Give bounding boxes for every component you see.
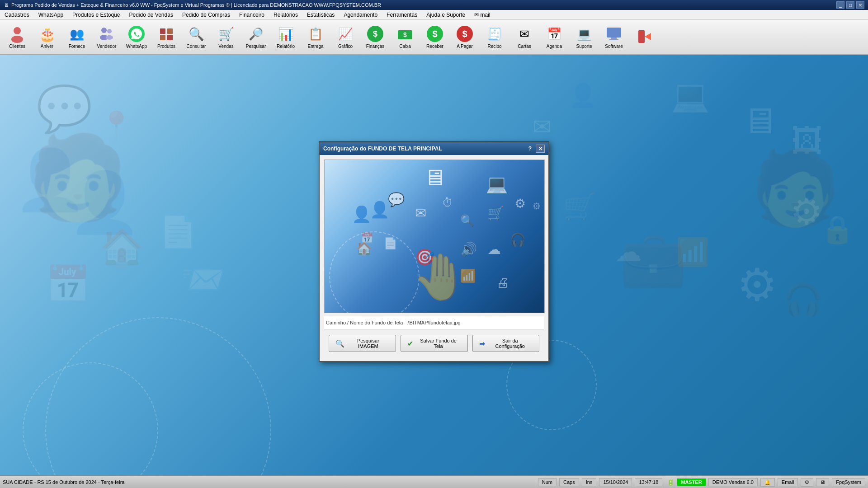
menu-whatsapp[interactable]: WhatsApp [34, 10, 68, 19]
entrega-label: Entrega [307, 44, 323, 49]
status-fpqsystem: FpqSystem [832, 478, 865, 486]
menu-produtos-estoque[interactable]: Produtos e Estoque [68, 10, 124, 19]
toolbar-vendedor[interactable]: Vendedor [92, 21, 121, 53]
toolbar-suporte[interactable]: 💻 Suporte [570, 21, 599, 53]
toolbar-consultar[interactable]: 🔍 Consultar [182, 21, 211, 53]
dialog-title: Configuração do FUNDO DE TELA PRINCIPAL [323, 145, 442, 152]
menu-financeiro[interactable]: Financeiro [235, 10, 269, 19]
consultar-label: Consultar [187, 44, 206, 49]
toolbar-apagar[interactable]: $ A Pagar [450, 21, 479, 53]
preview-cloud-icon: ☁ [487, 241, 501, 257]
produtos-icon [157, 25, 175, 43]
toolbar-recibo[interactable]: 🧾 Recibo [480, 21, 509, 53]
svg-rect-8 [167, 28, 173, 34]
svg-text:$: $ [373, 29, 377, 38]
title-bar-left: 🖥 Programa Pedido de Vendas + Estoque & … [4, 2, 381, 8]
menu-ajuda[interactable]: Ajuda e Suporte [422, 10, 470, 19]
toolbar-financas[interactable]: $ Finanças [361, 21, 390, 53]
svg-text:$: $ [432, 29, 437, 39]
search-btn-icon: 🔍 [335, 339, 344, 348]
toolbar-fornece[interactable]: 👥 Fornece [62, 21, 91, 53]
fornece-label: Fornece [69, 44, 85, 49]
toolbar-exit[interactable] [629, 21, 658, 53]
toolbar-relatorio[interactable]: 📊 Relatório [271, 21, 300, 53]
status-city-date: SUA CIDADE - RS 15 de Outubro de 2024 - … [3, 479, 534, 485]
sair-config-button[interactable]: ➡ Sair da Configuração [472, 335, 539, 352]
cartas-icon: ✉ [515, 25, 533, 43]
preview-hand-icon: 🤚 [412, 250, 469, 304]
aniver-icon: 🎂 [38, 25, 56, 43]
dialog-close-button[interactable]: ✕ [536, 145, 545, 153]
toolbar-whatsapp[interactable]: WhatsApp [122, 21, 151, 53]
close-button[interactable]: ✕ [856, 1, 864, 9]
maximize-button[interactable]: □ [846, 1, 854, 9]
title-bar-controls[interactable]: _ □ ✕ [836, 1, 864, 9]
salvar-btn-label: Salvar Fundo de Tela [416, 338, 461, 349]
menu-pedido-compras[interactable]: Pedido de Compras [178, 10, 235, 19]
vendedor-icon [98, 25, 116, 43]
vendas-icon: 🛒 [217, 25, 235, 43]
toolbar-produtos[interactable]: Produtos [152, 21, 181, 53]
financas-label: Finanças [366, 44, 385, 49]
status-email: Email [778, 478, 798, 486]
menu-estatisticas[interactable]: Estatísticas [302, 10, 339, 19]
svg-text:$: $ [462, 29, 467, 39]
svg-text:$: $ [403, 31, 407, 38]
receber-label: Receber [426, 44, 443, 49]
toolbar-software[interactable]: Software [599, 21, 628, 53]
clientes-icon [8, 25, 26, 43]
menu-ferramentas[interactable]: Ferramentas [382, 10, 422, 19]
menu-agendamento[interactable]: Agendamento [339, 10, 382, 19]
svg-marker-23 [645, 33, 651, 40]
preview-gear1-icon: ⚙ [514, 196, 526, 211]
toolbar-grafico[interactable]: 📈 Gráfico [331, 21, 360, 53]
relatorio-label: Relatório [277, 44, 295, 49]
svg-rect-10 [167, 35, 173, 40]
svg-point-2 [101, 28, 107, 33]
software-label: Software [605, 44, 623, 49]
dialog-overlay: Configuração do FUNDO DE TELA PRINCIPAL … [0, 55, 868, 475]
suporte-label: Suporte [576, 44, 592, 49]
toolbar-aniver[interactable]: 🎂 Aniver [33, 21, 61, 53]
status-monitor-icon: 🖥 [816, 478, 829, 486]
toolbar-clientes[interactable]: Clientes [3, 21, 32, 53]
toolbar-entrega[interactable]: 📋 Entrega [301, 21, 330, 53]
menu-pedido-vendas[interactable]: Pedido de Vendas [124, 10, 177, 19]
pesquisar-imagem-button[interactable]: 🔍 Pesquisar IMAGEM [329, 335, 396, 352]
salvar-fundo-button[interactable]: ✔ Salvar Fundo de Tela [401, 335, 468, 352]
apagar-icon: $ [456, 25, 474, 43]
toolbar-cartas[interactable]: ✉ Cartas [510, 21, 539, 53]
status-battery: 🔋 [667, 479, 675, 486]
title-bar: 🖥 Programa Pedido de Vendas + Estoque & … [0, 0, 868, 10]
menu-relatorios[interactable]: Relatórios [269, 10, 302, 19]
toolbar-pesquisar[interactable]: 🔎 Pesquisar [241, 21, 270, 53]
whatsapp-icon [127, 25, 146, 43]
agenda-icon: 📅 [545, 25, 563, 43]
toolbar-agenda[interactable]: 📅 Agenda [540, 21, 569, 53]
menu-bar: Cadastros WhatsApp Produtos e Estoque Pe… [0, 10, 868, 20]
dialog-help-button[interactable]: ? [528, 145, 532, 152]
status-caps: Caps [559, 478, 579, 486]
dialog-titlebar-controls[interactable]: ? ✕ [528, 145, 545, 153]
path-value: :\BITMAP\fundotelaa.jpg [406, 320, 460, 325]
consultar-icon: 🔍 [187, 25, 205, 43]
minimize-button[interactable]: _ [836, 1, 844, 9]
svg-point-4 [107, 29, 112, 33]
menu-mail[interactable]: ✉ mail [470, 10, 495, 19]
caixa-icon: $ [396, 25, 414, 43]
toolbar: Clientes 🎂 Aniver 👥 Fornece Vendedor Wha… [0, 20, 868, 55]
svg-rect-22 [638, 30, 645, 43]
preview-laptop-icon: 💻 [486, 174, 508, 195]
svg-rect-21 [609, 39, 618, 40]
main-background: 💬 👤 👤 📍 🏠 📅 📄 🖥 💻 ⚙ ⚙ 📶 🎧 🖼 🛒 ☁ ✉ 👤 📨 🔒 … [0, 55, 868, 475]
toolbar-caixa[interactable]: $ Caixa [391, 21, 420, 53]
status-right: Num Caps Ins 15/10/2024 13:47:18 🔋 MASTE… [538, 478, 865, 487]
status-time: 13:47:18 [635, 478, 662, 486]
menu-cadastros[interactable]: Cadastros [0, 10, 34, 19]
svg-rect-19 [607, 28, 621, 38]
pesquisar-btn-label: Pesquisar IMAGEM [347, 338, 389, 349]
toolbar-vendas[interactable]: 🛒 Vendas [212, 21, 241, 53]
exit-icon [635, 28, 653, 46]
toolbar-receber[interactable]: $ Receber [420, 21, 449, 53]
caixa-label: Caixa [399, 44, 411, 49]
